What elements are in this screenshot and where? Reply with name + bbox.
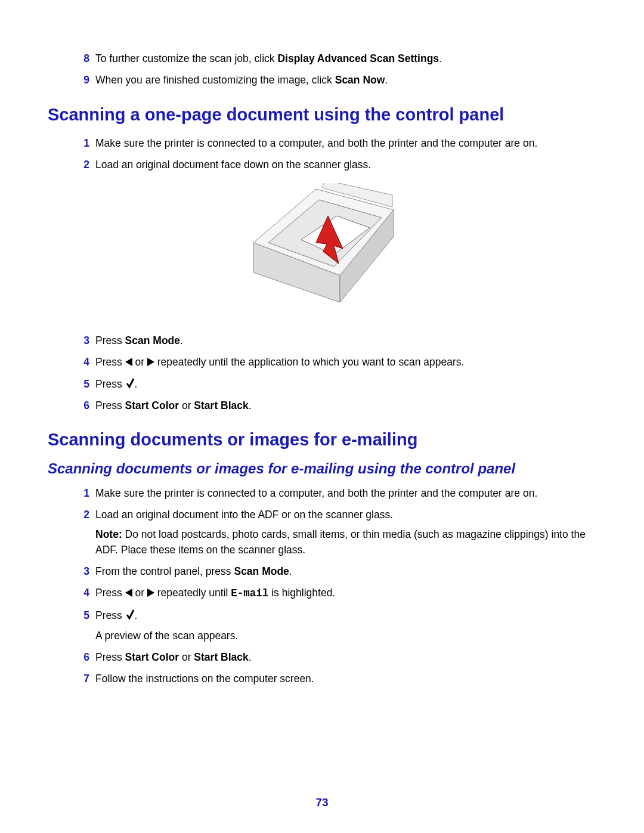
list-item: 2 Load an original document face down on… — [72, 157, 596, 172]
list-item: 5 Press . A preview of the scan appears. — [72, 608, 596, 644]
checkmark-icon — [125, 609, 135, 621]
step-text: Press Scan Mode. — [95, 333, 596, 348]
document-page: 8 To further customize the scan job, cli… — [0, 0, 644, 833]
step-text: Press . — [95, 376, 596, 392]
list-item: 2 Load an original document into the ADF… — [72, 507, 596, 558]
list-item: 9 When you are finished customizing the … — [72, 72, 596, 88]
step-text: Press Start Color or Start Black. — [95, 649, 596, 665]
step-number: 1 — [72, 485, 95, 501]
step-number: 9 — [72, 72, 95, 88]
step-number: 3 — [72, 563, 95, 579]
step-number: 2 — [72, 157, 95, 172]
list-item: 6 Press Start Color or Start Black. — [72, 398, 596, 413]
list-item: 1 Make sure the printer is connected to … — [72, 485, 596, 501]
list-item: 5 Press . — [72, 376, 596, 392]
step-number: 6 — [72, 398, 95, 413]
right-arrow-icon — [147, 358, 154, 366]
list-item: 8 To further customize the scan job, cli… — [72, 51, 596, 66]
checkmark-icon — [125, 377, 135, 389]
list-item: 4 Press or repeatedly until the applicat… — [72, 354, 596, 370]
step-number: 7 — [72, 671, 95, 686]
step-text: Press or repeatedly until the applicatio… — [95, 354, 596, 370]
step-text: Load an original document into the ADF o… — [95, 507, 596, 558]
note: Note: Do not load postcards, photo cards… — [95, 527, 596, 558]
continuation-list: 8 To further customize the scan job, cli… — [72, 51, 596, 88]
step-text: Make sure the printer is connected to a … — [95, 485, 596, 501]
section1-list: 1 Make sure the printer is connected to … — [72, 135, 596, 173]
list-item: 4 Press or repeatedly until E-mail is hi… — [72, 585, 596, 601]
page-number: 73 — [0, 796, 644, 809]
step-number: 8 — [72, 51, 95, 66]
step-number: 4 — [72, 585, 95, 600]
step-text: To further customize the scan job, click… — [95, 51, 596, 66]
step-number: 3 — [72, 333, 95, 348]
step-text: Make sure the printer is connected to a … — [95, 135, 596, 151]
section1-list-cont: 3 Press Scan Mode. 4 Press or repeatedly… — [72, 333, 596, 413]
follow-text: A preview of the scan appears. — [95, 628, 596, 643]
step-text: Load an original document face down on t… — [95, 157, 596, 172]
left-arrow-icon — [125, 589, 132, 597]
step-text: When you are finished customizing the im… — [95, 72, 596, 88]
list-item: 3 From the control panel, press Scan Mod… — [72, 563, 596, 579]
list-item: 3 Press Scan Mode. — [72, 333, 596, 348]
scanner-glass-illustration — [244, 183, 400, 317]
section2-list: 1 Make sure the printer is connected to … — [72, 485, 596, 687]
step-text: Press . A preview of the scan appears. — [95, 608, 596, 644]
right-arrow-icon — [147, 589, 154, 597]
step-text: Follow the instructions on the computer … — [95, 671, 596, 686]
list-item: 1 Make sure the printer is connected to … — [72, 135, 596, 151]
step-number: 1 — [72, 135, 95, 151]
step-number: 6 — [72, 649, 95, 665]
scanner-illustration — [48, 183, 596, 320]
subsection-heading: Scanning documents or images for e-maili… — [48, 460, 596, 477]
list-item: 6 Press Start Color or Start Black. — [72, 649, 596, 665]
step-text: Press Start Color or Start Black. — [95, 398, 596, 413]
step-number: 5 — [72, 376, 95, 392]
section-heading: Scanning documents or images for e-maili… — [48, 430, 596, 450]
left-arrow-icon — [125, 358, 132, 366]
list-item: 7 Follow the instructions on the compute… — [72, 671, 596, 686]
step-number: 4 — [72, 354, 95, 370]
step-text: From the control panel, press Scan Mode. — [95, 563, 596, 579]
step-number: 5 — [72, 608, 95, 623]
step-number: 2 — [72, 507, 95, 522]
section-heading: Scanning a one-page document using the c… — [48, 105, 596, 125]
step-text: Press or repeatedly until E-mail is high… — [95, 585, 596, 601]
